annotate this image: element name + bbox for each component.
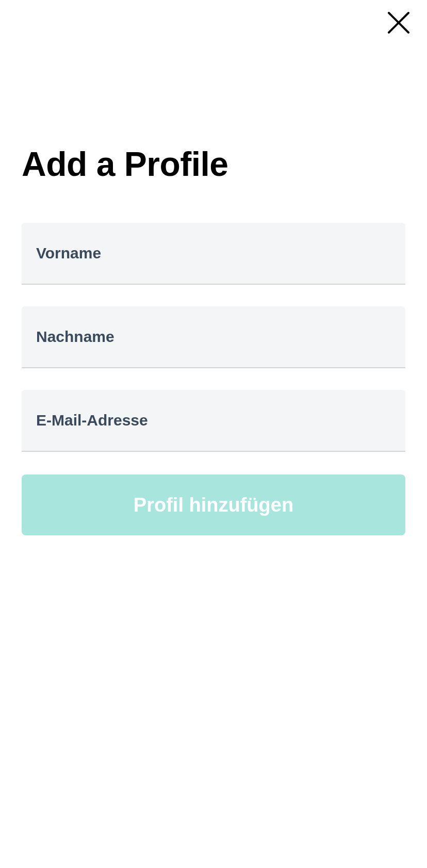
close-icon xyxy=(387,11,410,36)
email-input[interactable] xyxy=(22,390,405,452)
first-name-input[interactable] xyxy=(22,223,405,285)
form-container: Add a Profile Profil hinzufügen xyxy=(0,0,427,535)
page-title: Add a Profile xyxy=(22,144,405,184)
last-name-input[interactable] xyxy=(22,306,405,368)
close-button[interactable] xyxy=(386,10,412,36)
add-profile-button[interactable]: Profil hinzufügen xyxy=(22,474,405,535)
